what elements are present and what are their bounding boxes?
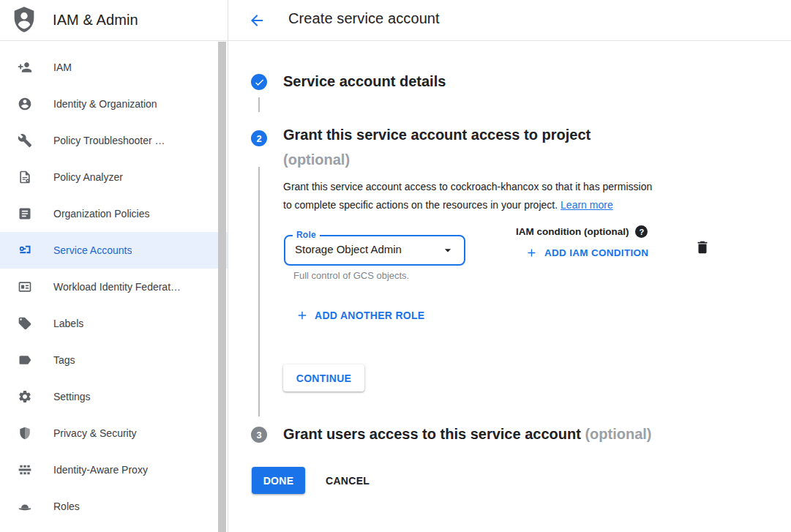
step3-number-badge: 3: [251, 427, 267, 443]
plus-icon: [525, 247, 538, 259]
step3-number: 3: [256, 430, 261, 441]
step1-complete-check-icon: [251, 74, 267, 90]
help-icon[interactable]: [635, 225, 648, 238]
settings-icon: [18, 389, 32, 404]
wrench-icon: [18, 133, 32, 148]
role-select[interactable]: Role Storage Object Admin: [284, 235, 465, 266]
sidebar-item-policy-analyzer[interactable]: Policy Analyzer: [0, 159, 228, 195]
sidebar-item-label: Identity & Organization: [53, 98, 157, 110]
sidebar-item-policy-troubleshooter[interactable]: Policy Troubleshooter …: [0, 122, 228, 159]
cancel-button[interactable]: CANCEL: [314, 467, 381, 494]
add-another-role-label: ADD ANOTHER ROLE: [315, 310, 425, 321]
role-field-label: Role: [293, 230, 320, 240]
sidebar-item-label: Roles: [53, 501, 80, 512]
step3-title: Grant users access to this service accou…: [283, 426, 652, 443]
sidebar-item-label: Policy Analyzer: [53, 171, 123, 183]
sidebar-item-label: Tags: [53, 354, 75, 366]
person-add-icon: [18, 60, 32, 75]
dropdown-arrow-icon: [441, 243, 455, 258]
sidebar-item-label: IAM: [53, 61, 72, 73]
step2-description-line2: to complete specific actions on the reso…: [283, 199, 558, 211]
add-iam-condition-label: ADD IAM CONDITION: [544, 247, 648, 258]
stepper-content: Service account details 2 Grant this ser…: [228, 41, 791, 532]
iam-condition-header: IAM condition (optional): [516, 225, 648, 238]
app-header: IAM & Admin: [0, 0, 228, 41]
step2-number: 2: [256, 133, 261, 144]
page-header: Create service account: [228, 0, 791, 41]
sidebar-item-label: Settings: [53, 391, 91, 402]
sidebar-item-identity-aware-proxy[interactable]: Identity-Aware Proxy: [0, 452, 228, 488]
step2-title: Grant this service account access to pro…: [283, 122, 591, 172]
sidebar-item-service-accounts[interactable]: Service Accounts: [0, 232, 228, 269]
step2-description-line1: Grant this service account access to coc…: [283, 181, 652, 192]
sidebar-item-iam[interactable]: IAM: [0, 49, 228, 86]
step1-title: Service account details: [283, 73, 446, 90]
sidebar-scrollbar[interactable]: [218, 42, 226, 532]
sidebar-item-settings[interactable]: Settings: [0, 378, 228, 415]
sidebar-item-label: Privacy & Security: [53, 427, 137, 439]
privacy-security-icon: [18, 426, 32, 441]
tags-icon: [18, 353, 32, 367]
sidebar-item-organization-policies[interactable]: Organization Policies: [0, 195, 228, 232]
add-another-role-button[interactable]: ADD ANOTHER ROLE: [296, 309, 425, 321]
policy-analyzer-icon: [18, 170, 32, 184]
identity-icon: [18, 97, 32, 111]
step3-optional-label: (optional): [585, 426, 651, 442]
step2-title-text: Grant this service account access to pro…: [283, 127, 591, 143]
page-title: Create service account: [288, 10, 440, 27]
back-arrow-icon[interactable]: [247, 10, 267, 31]
sidebar-item-labels[interactable]: Labels: [0, 305, 228, 342]
add-iam-condition-button[interactable]: ADD IAM CONDITION: [525, 247, 648, 259]
create-service-account-screen: IAM & Admin IAMIdentity & OrganizationPo…: [0, 0, 791, 532]
sidebar-item-label: Organization Policies: [53, 208, 150, 220]
sidebar-item-roles[interactable]: Roles: [0, 488, 228, 525]
main-panel: Create service account Service account d…: [228, 0, 791, 532]
sidebar-nav: IAMIdentity & OrganizationPolicy Trouble…: [0, 41, 228, 532]
iap-icon: [18, 462, 32, 477]
step2-number-badge: 2: [251, 130, 267, 146]
sidebar-item-privacy-security[interactable]: Privacy & Security: [0, 415, 228, 452]
roles-icon: [18, 499, 32, 514]
sidebar-item-label: Service Accounts: [53, 244, 132, 256]
app-title: IAM & Admin: [53, 12, 138, 29]
role-helper-text: Full control of GCS objects.: [293, 270, 409, 281]
sidebar-item-label: Labels: [53, 318, 83, 329]
workload-identity-icon: [18, 280, 32, 294]
delete-role-trash-icon[interactable]: [694, 239, 711, 255]
sidebar-item-label: Policy Troubleshooter …: [53, 135, 165, 146]
iam-condition-label: IAM condition (optional): [516, 226, 629, 237]
sidebar-item-label: Workload Identity Federat…: [53, 281, 181, 293]
step2-description: Grant this service account access to coc…: [283, 178, 652, 214]
step3-title-text: Grant users access to this service accou…: [283, 426, 581, 442]
step-connector: [258, 167, 260, 416]
sidebar-item-label: Identity-Aware Proxy: [53, 464, 148, 476]
org-policies-icon: [18, 206, 32, 221]
done-button[interactable]: DONE: [252, 467, 305, 494]
service-accounts-icon: [18, 243, 32, 258]
labels-icon: [18, 316, 32, 331]
sidebar-item-identity-organization[interactable]: Identity & Organization: [0, 86, 228, 122]
sidebar-item-tags[interactable]: Tags: [0, 342, 228, 378]
sidebar-item-workload-identity-federat[interactable]: Workload Identity Federat…: [0, 269, 228, 305]
continue-button[interactable]: CONTINUE: [283, 364, 364, 391]
step2-optional-label: (optional): [283, 151, 350, 168]
step-connector: [258, 97, 260, 112]
iam-admin-shield-icon: [12, 6, 37, 35]
role-selected-value: Storage Object Admin: [295, 243, 402, 255]
learn-more-link[interactable]: Learn more: [561, 199, 613, 211]
plus-icon: [296, 309, 308, 321]
sidebar: IAM & Admin IAMIdentity & OrganizationPo…: [0, 0, 228, 532]
